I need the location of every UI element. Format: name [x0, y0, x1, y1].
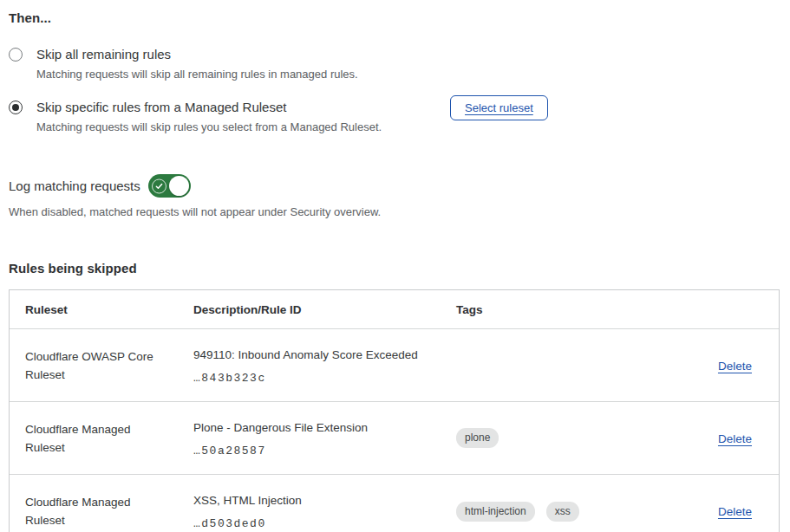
delete-cell: Delete — [703, 503, 779, 519]
log-matching-description: When disabled, matched requests will not… — [9, 205, 780, 218]
log-matching-label: Log matching requests — [9, 178, 140, 193]
ruleset-name: Cloudflare Managed Ruleset — [10, 420, 193, 457]
rule-description-cell: XSS, HTML Injection …d503ded0 — [193, 492, 456, 530]
option-skip-specific-description: Matching requests will skip rules you se… — [36, 119, 382, 136]
option-skip-all-rules: Skip all remaining rules Matching reques… — [9, 45, 780, 83]
option-skip-all-text: Skip all remaining rules Matching reques… — [36, 45, 358, 83]
select-ruleset-button[interactable]: Select ruleset — [450, 95, 548, 120]
ruleset-name: Cloudflare Managed Ruleset — [10, 493, 193, 529]
tag-pill: xss — [546, 502, 579, 522]
rule-tags-cell: plone — [456, 428, 703, 448]
skipped-rules-table: Ruleset Description/Rule ID Tags Cloudfl… — [9, 289, 780, 532]
delete-cell: Delete — [703, 431, 779, 446]
rules-being-skipped-heading: Rules being skipped — [9, 261, 780, 276]
log-matching-row: Log matching requests — [9, 174, 780, 198]
waf-rule-then-panel: Then... Skip all remaining rules Matchin… — [0, 0, 790, 532]
radio-skip-all-rules[interactable] — [9, 48, 23, 62]
rule-id: …50a28587 — [193, 444, 442, 457]
then-heading: Then... — [9, 10, 780, 25]
rule-description-cell: 949110: Inbound Anomaly Score Exceeded …… — [193, 347, 456, 385]
rule-description: Plone - Dangerous File Extension — [193, 419, 442, 436]
rule-description: XSS, HTML Injection — [193, 492, 442, 509]
log-matching-section: Log matching requests When disabled, mat… — [9, 174, 780, 218]
column-header-description: Description/Rule ID — [193, 303, 456, 316]
option-skip-all-description: Matching requests will skip all remainin… — [36, 66, 358, 83]
rule-description: 949110: Inbound Anomaly Score Exceeded — [193, 347, 442, 363]
check-icon — [152, 178, 166, 193]
option-skip-specific-text: Skip specific rules from a Managed Rules… — [36, 98, 382, 136]
table-header-row: Ruleset Description/Rule ID Tags — [10, 290, 779, 329]
delete-cell: Delete — [703, 358, 779, 373]
rule-id: …d503ded0 — [193, 517, 442, 530]
radio-skip-specific-rules[interactable] — [9, 101, 23, 114]
delete-link[interactable]: Delete — [718, 432, 752, 445]
log-toggle[interactable] — [148, 174, 191, 198]
delete-link[interactable]: Delete — [718, 360, 752, 373]
table-row: Cloudflare OWASP Core Ruleset 949110: In… — [10, 329, 779, 402]
tag-pill: plone — [456, 428, 499, 448]
column-header-ruleset: Ruleset — [10, 303, 193, 316]
rule-id: …843b323c — [193, 372, 442, 385]
rule-tags-cell: html-injection xss — [456, 502, 703, 522]
option-skip-specific-rules: Skip specific rules from a Managed Rules… — [9, 98, 780, 136]
rule-description-cell: Plone - Dangerous File Extension …50a285… — [193, 419, 456, 457]
option-skip-all-label[interactable]: Skip all remaining rules — [36, 45, 358, 63]
option-skip-specific-label[interactable]: Skip specific rules from a Managed Rules… — [36, 98, 382, 116]
table-row: Cloudflare Managed Ruleset Plone - Dange… — [10, 402, 779, 475]
column-header-tags: Tags — [456, 303, 703, 316]
tag-pill: html-injection — [456, 502, 535, 522]
ruleset-name: Cloudflare OWASP Core Ruleset — [10, 347, 193, 384]
toggle-knob[interactable] — [169, 176, 189, 196]
table-row: Cloudflare Managed Ruleset XSS, HTML Inj… — [10, 475, 779, 532]
delete-link[interactable]: Delete — [718, 505, 752, 518]
